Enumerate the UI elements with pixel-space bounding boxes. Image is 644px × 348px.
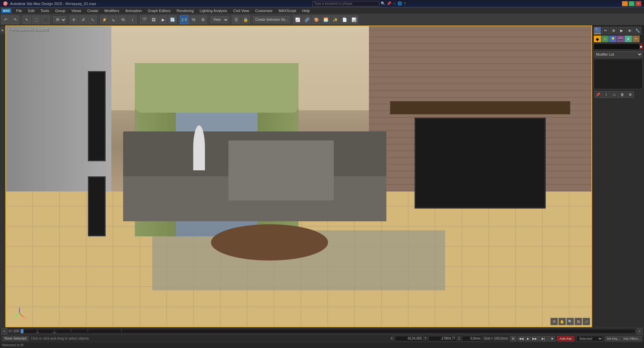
render-button[interactable]: 🖼 [149,15,158,24]
anim-next-frame-button[interactable]: ▶▶ [532,336,538,341]
select-object-button[interactable]: ↖ [22,15,31,24]
crossing-select-button[interactable]: ⬛ [41,15,50,24]
welcome-text: Welcome to M [2,343,23,347]
menu-lighting-analysis[interactable]: Lighting Analysis [197,8,230,13]
coord-z-field[interactable] [462,336,482,341]
timeline-track[interactable]: 50 100 [20,329,635,334]
schematic-view-button[interactable]: 🔗 [303,15,311,24]
vp-zoom-all-button[interactable]: ⊞ [575,318,582,325]
menu-animation[interactable]: Animation [123,8,145,13]
mxd-logo[interactable]: MXD [1,8,11,13]
snap-toggle-button[interactable]: ⚡ [100,15,109,24]
menu-modifiers[interactable]: Modifiers [102,8,122,13]
shapes-tab[interactable]: ⬡ [601,36,609,42]
hierarchy-tab[interactable]: ⊕ [610,27,617,34]
close-button[interactable]: ✕ [635,1,641,6]
menu-maxscript[interactable]: MAXScript [276,8,299,13]
render-effects-button[interactable]: ✨ [331,15,339,24]
maximize-button[interactable]: □ [629,1,635,6]
left-tool-1[interactable]: ⊞ [1,27,5,34]
svg-text:Y: Y [13,316,15,319]
render-active-button[interactable]: ▶ [159,15,167,24]
material-editor-button[interactable]: 🎨 [312,15,321,24]
remove-modifier-button[interactable]: 🗑 [619,91,626,98]
menu-help[interactable]: Help [300,8,313,13]
menu-customize[interactable]: Customize [253,8,275,13]
lights-tab[interactable]: 💡 [609,36,616,42]
cameras-tab[interactable]: 📷 [617,36,624,42]
title-bar: 🎯 Autodesk 3ds Max Design 2015 - Интерье… [0,0,644,7]
percent-snap-button[interactable]: % [119,15,127,24]
anim-play-button[interactable]: ▶ [525,336,531,341]
anim-stop-button[interactable]: ■ [549,336,555,341]
vp-zoom-button[interactable]: 🔍 [567,318,574,325]
menu-views[interactable]: Views [69,8,84,13]
render-iterative-button[interactable]: 🔄 [168,15,177,24]
selection-lock-button[interactable]: 🔒 [241,15,250,24]
select-rotate-button[interactable]: ↺ [79,15,88,24]
select-region-button[interactable]: ⬚ [32,15,41,24]
menu-rendering[interactable]: Rendering [174,8,197,13]
auto-key-button[interactable]: Auto Key [557,336,574,341]
timeline-right-button[interactable]: > [637,328,643,334]
geometry-tab[interactable]: ◆ [594,36,601,42]
viewport-area[interactable]: < [Perspective] Shaded] [5,25,592,327]
pin-stack-button[interactable]: 📌 [594,91,602,98]
fireplace-opening [415,118,546,209]
timeline-left-button[interactable]: < [1,328,7,334]
menu-tools[interactable]: Tools [38,8,52,13]
modifier-search-button[interactable]: ▶ [640,44,643,50]
menu-create[interactable]: Create [85,8,101,13]
snap-options-button[interactable]: ⚙ [199,15,207,24]
undo-button[interactable]: ↶ [1,15,10,24]
modifier-search-input[interactable] [594,44,640,50]
anim-last-frame-button[interactable]: ▶| [538,336,548,341]
menu-edit[interactable]: Edit [25,8,37,13]
spinner-snap-button[interactable]: ↕ [128,15,137,24]
render-setup-button[interactable]: 🎬 [140,15,149,24]
lamp [193,125,205,170]
snap-2d-button[interactable]: 2.5 [180,15,189,24]
vp-pan-button[interactable]: ✋ [558,318,566,325]
coord-y-field[interactable] [428,336,457,341]
make-unique-button[interactable]: ◇ [610,91,618,98]
set-key-button[interactable]: Set Key... [605,336,621,341]
anim-prev-frame-button[interactable]: ◀◀ [518,336,524,341]
utilities-tab[interactable]: 🔧 [634,27,641,34]
snap-cycle-button[interactable]: % [189,15,198,24]
show-result-button[interactable]: I [602,91,610,98]
vp-orbit-button[interactable]: ⟳ [550,318,558,325]
spacewarp-tab[interactable]: 〜 [632,36,640,42]
view-dropdown[interactable]: View [210,16,229,23]
menu-group[interactable]: Group [52,8,68,13]
helpers-tab[interactable]: ⊕ [625,36,632,42]
menu-file[interactable]: File [13,8,25,13]
render-totext-button[interactable]: 📄 [340,15,349,24]
angle-snap-button[interactable]: ⊾ [109,15,118,24]
filter-dropdown[interactable]: All [53,16,66,23]
motion-tab[interactable]: ▶ [618,27,625,34]
select-by-name-button[interactable]: ☰ [232,15,240,24]
coord-x-field[interactable] [395,336,423,341]
key-filters-button[interactable]: Key Filters... [622,336,642,341]
picture-frame-1 [88,71,105,161]
asset-track-button[interactable]: 📊 [350,15,358,24]
modifier-list-dropdown[interactable]: Modifier List [594,51,643,58]
display-tab[interactable]: 👁 [626,27,633,34]
selected-dropdown[interactable]: Selected [576,336,603,341]
anim-keymode-button[interactable]: ⊞ [510,336,516,341]
render-env-button[interactable]: 🌅 [321,15,330,24]
minimize-button[interactable]: — [622,1,628,6]
configure-buttons[interactable]: ⚙ [627,91,634,98]
create-selection-button[interactable]: Create Selection Se... [253,16,290,23]
select-scale-button[interactable]: ⤡ [88,15,97,24]
modify-tab[interactable]: ✏ [602,27,609,34]
curve-editor-button[interactable]: 📈 [293,15,302,24]
create-tab[interactable]: 🔨 [594,27,601,34]
menu-graph-editors[interactable]: Graph Editors [145,8,173,13]
menu-civil-view[interactable]: Civil View [230,8,252,13]
vp-maximize-button[interactable]: ⤢ [583,318,590,325]
search-input[interactable] [312,1,379,6]
redo-button[interactable]: ↷ [11,15,19,24]
select-move-button[interactable]: ✛ [69,15,78,24]
